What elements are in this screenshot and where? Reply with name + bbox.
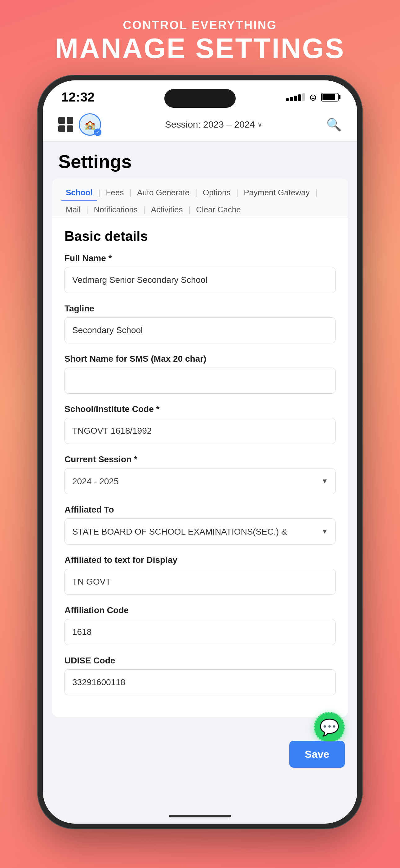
input-affiliation-code[interactable] [65, 619, 335, 645]
tab-activities[interactable]: Activities [147, 203, 187, 217]
status-time: 12:32 [61, 90, 95, 104]
input-full-name[interactable] [65, 267, 335, 293]
chevron-down-icon: ∨ [257, 120, 262, 128]
field-affiliated-to: Affiliated To STATE BOARD OF SCHOOL EXAM… [65, 505, 335, 545]
session-label: Session: [165, 119, 201, 130]
section-title: Basic details [65, 228, 335, 244]
session-selector[interactable]: Session: 2023 – 2024 ∨ [165, 119, 262, 130]
input-tagline[interactable] [65, 317, 335, 343]
main-card: School | Fees | Auto Generate | Options … [52, 179, 348, 717]
field-current-session: Current Session * 2024 - 2025 2023 - 202… [65, 455, 335, 494]
tab-separator-3: | [194, 185, 198, 200]
label-current-session: Current Session * [65, 455, 335, 464]
tab-payment-gateway[interactable]: Payment Gateway [239, 185, 314, 200]
select-current-session[interactable]: 2024 - 2025 2023 - 2024 2022 - 2023 [65, 468, 335, 494]
label-affiliation-code: Affiliation Code [65, 606, 335, 615]
select-wrapper-session: 2024 - 2025 2023 - 2024 2022 - 2023 [65, 468, 335, 494]
tab-options[interactable]: Options [198, 185, 235, 200]
select-affiliated-to[interactable]: STATE BOARD OF SCHOOL EXAMINATIONS(SEC.)… [65, 519, 335, 545]
tab-notifications[interactable]: Notifications [89, 203, 142, 217]
tab-auto-generate[interactable]: Auto Generate [133, 185, 194, 200]
field-udise-code: UDISE Code [65, 656, 335, 695]
tab-separator-4: | [235, 185, 240, 200]
tab-school[interactable]: School [61, 185, 97, 200]
input-institute-code[interactable] [65, 418, 335, 444]
tab-separator-8: | [187, 203, 192, 217]
tab-separator-1: | [97, 185, 102, 200]
hero-section: CONTROL EVERYTHING MANAGE SETTINGS [55, 19, 345, 62]
form-content: Basic details Full Name * Tagline Short … [52, 217, 348, 717]
hero-title: MANAGE SETTINGS [55, 34, 345, 62]
tab-separator-6: | [85, 203, 90, 217]
phone-screen: 12:32 ⊜ [43, 81, 357, 824]
session-value: 2023 – 2024 [203, 119, 255, 130]
input-udise-code[interactable] [65, 669, 335, 695]
nav-left: 🏫 ✓ [58, 113, 101, 136]
input-affiliated-text[interactable] [65, 569, 335, 595]
home-indicator [169, 815, 231, 817]
field-full-name: Full Name * [65, 253, 335, 293]
tab-mail[interactable]: Mail [61, 203, 85, 217]
status-icons: ⊜ [286, 92, 339, 103]
phone-frame: 12:32 ⊜ [37, 75, 363, 829]
wifi-icon: ⊜ [309, 92, 317, 103]
label-tagline: Tagline [65, 304, 335, 314]
battery-icon [321, 93, 339, 101]
label-institute-code: School/Institute Code * [65, 404, 335, 414]
input-short-name[interactable] [65, 368, 335, 394]
field-affiliation-code: Affiliation Code [65, 606, 335, 645]
signal-icon [286, 93, 305, 101]
field-tagline: Tagline [65, 304, 335, 343]
field-institute-code: School/Institute Code * [65, 404, 335, 444]
dynamic-island [164, 89, 236, 108]
tab-fees[interactable]: Fees [101, 185, 128, 200]
label-full-name: Full Name * [65, 253, 335, 263]
top-nav: 🏫 ✓ Session: 2023 – 2024 ∨ 🔍 [43, 108, 357, 142]
label-udise-code: UDISE Code [65, 656, 335, 665]
whatsapp-fab[interactable]: 💬 [314, 712, 345, 743]
tab-separator-2: | [128, 185, 133, 200]
label-short-name: Short Name for SMS (Max 20 char) [65, 354, 335, 364]
page-title-bar: Settings [43, 142, 357, 179]
label-affiliated-text: Affiliated to text for Display [65, 555, 335, 565]
page-title: Settings [58, 151, 342, 172]
tab-separator-5: | [314, 185, 319, 200]
grid-icon[interactable] [58, 117, 73, 132]
search-icon[interactable]: 🔍 [326, 117, 342, 132]
field-short-name: Short Name for SMS (Max 20 char) [65, 354, 335, 394]
logo-circle[interactable]: 🏫 ✓ [79, 113, 101, 136]
logo-badge: ✓ [94, 128, 101, 136]
tabs-bar: School | Fees | Auto Generate | Options … [52, 179, 348, 217]
hero-subtitle: CONTROL EVERYTHING [55, 19, 345, 32]
label-affiliated-to: Affiliated To [65, 505, 335, 515]
save-button[interactable]: Save [289, 741, 345, 768]
tab-separator-7: | [142, 203, 147, 217]
field-affiliated-text: Affiliated to text for Display [65, 555, 335, 595]
select-wrapper-affiliated: STATE BOARD OF SCHOOL EXAMINATIONS(SEC.)… [65, 519, 335, 545]
tab-clear-cache[interactable]: Clear Cache [192, 203, 245, 217]
